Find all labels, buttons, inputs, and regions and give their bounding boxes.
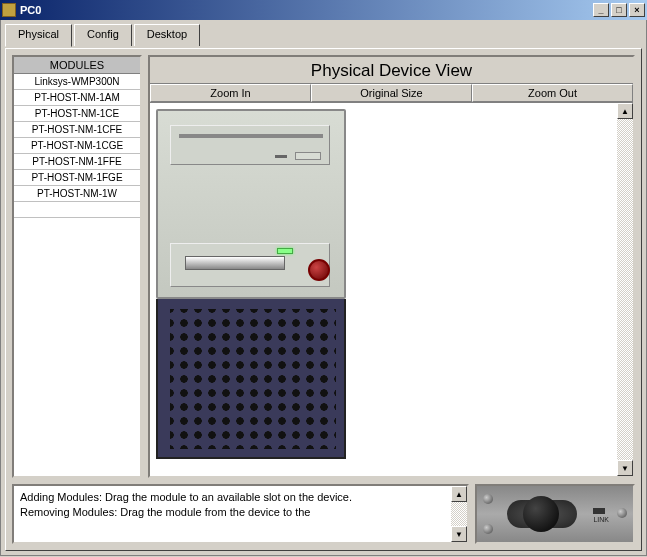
original-size-button[interactable]: Original Size [311,84,472,102]
tab-config[interactable]: Config [74,24,132,46]
floppy-led-icon [277,248,293,254]
zoom-toolbar: Zoom In Original Size Zoom Out [150,83,633,103]
tab-panel-physical: MODULES Linksys-WMP300N PT-HOST-NM-1AM P… [5,48,642,551]
scroll-track[interactable] [451,502,467,526]
screw-icon [483,494,493,504]
device-view-panel: Physical Device View Zoom In Original Si… [148,55,635,478]
window-body: Physical Config Desktop MODULES Linksys-… [0,20,647,556]
upper-pane: MODULES Linksys-WMP300N PT-HOST-NM-1AM P… [12,55,635,478]
window-title: PC0 [20,4,591,16]
module-item[interactable]: PT-HOST-NM-1CE [14,106,140,122]
modules-header[interactable]: MODULES [14,57,140,74]
cd-drive-bay[interactable] [170,125,330,165]
device-view-title: Physical Device View [150,57,633,83]
power-switch-knob[interactable] [523,496,559,532]
modules-list: Linksys-WMP300N PT-HOST-NM-1AM PT-HOST-N… [14,74,140,476]
lower-pane: Adding Modules: Drag the module to an av… [12,484,635,544]
tower-front-upper [156,109,346,299]
tab-physical[interactable]: Physical [5,24,72,47]
scroll-up-button[interactable]: ▲ [451,486,467,502]
window-titlebar: PC0 _ □ × [0,0,647,20]
maximize-button[interactable]: □ [611,3,627,17]
module-item[interactable]: PT-HOST-NM-1FFE [14,154,140,170]
help-text-box: Adding Modules: Drag the module to an av… [12,484,469,544]
device-canvas[interactable] [150,103,617,476]
help-text: Adding Modules: Drag the module to an av… [14,486,451,542]
tower-front-lower [156,299,346,459]
power-switch-panel[interactable]: LINK [475,484,635,544]
module-item[interactable]: PT-HOST-NM-1W [14,186,140,202]
screw-icon [483,524,493,534]
scroll-down-button[interactable]: ▼ [451,526,467,542]
zoom-out-button[interactable]: Zoom Out [472,84,633,102]
module-item[interactable]: PT-HOST-NM-1AM [14,90,140,106]
modules-panel: MODULES Linksys-WMP300N PT-HOST-NM-1AM P… [12,55,142,478]
close-button[interactable]: × [629,3,645,17]
link-led-icon [593,508,605,514]
module-item[interactable]: PT-HOST-NM-1CGE [14,138,140,154]
tab-desktop[interactable]: Desktop [134,24,200,46]
device-canvas-wrap: ▲ ▼ [150,103,633,476]
tab-bar: Physical Config Desktop [5,24,642,46]
help-vertical-scrollbar[interactable]: ▲ ▼ [451,486,467,542]
minimize-button[interactable]: _ [593,3,609,17]
cd-eject-button[interactable] [295,152,321,160]
module-item-empty[interactable] [14,202,140,218]
scroll-up-button[interactable]: ▲ [617,103,633,119]
cd-slot [179,134,323,138]
floppy-slot [185,256,285,270]
screw-icon [617,508,627,518]
zoom-in-button[interactable]: Zoom In [150,84,311,102]
floppy-drive-bay[interactable] [170,243,330,287]
power-button-icon[interactable] [308,259,330,281]
app-icon [2,3,16,17]
link-label: LINK [593,516,609,523]
module-item[interactable]: Linksys-WMP300N [14,74,140,90]
scroll-track[interactable] [617,119,633,460]
pc-tower[interactable] [156,109,346,464]
help-line: Adding Modules: Drag the module to an av… [20,490,445,505]
module-item[interactable]: PT-HOST-NM-1FGE [14,170,140,186]
vent-grille-icon [170,309,336,449]
help-line: Removing Modules: Drag the module from t… [20,505,445,520]
cd-led-icon [275,155,287,158]
scroll-down-button[interactable]: ▼ [617,460,633,476]
module-item[interactable]: PT-HOST-NM-1CFE [14,122,140,138]
device-vertical-scrollbar[interactable]: ▲ ▼ [617,103,633,476]
